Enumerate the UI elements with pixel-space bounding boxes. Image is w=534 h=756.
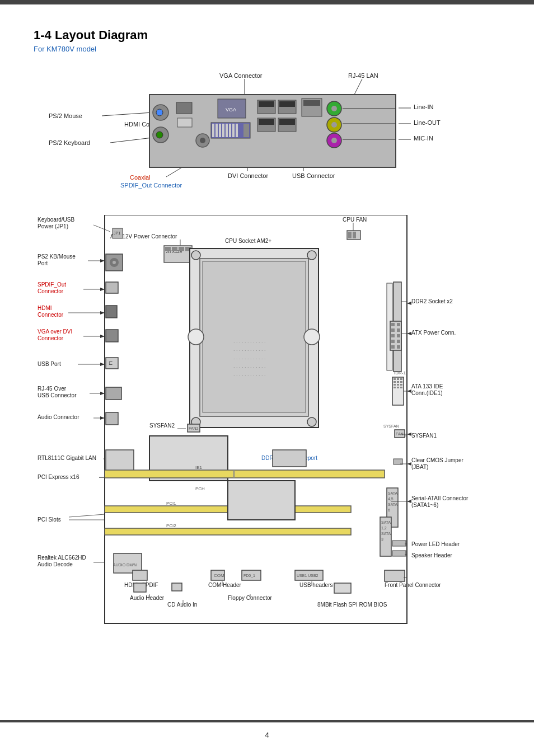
sata-label: Serial-ATAII Connector: [411, 495, 469, 501]
page-number: 4: [265, 731, 269, 739]
idr1-label: IDR-1: [394, 370, 406, 375]
com-header-label: COM Header: [208, 582, 242, 588]
hdmi-left-label: HDMI: [38, 305, 52, 311]
svg-rect-168: [172, 583, 182, 591]
svg-text:(SATA1~6): (SATA1~6): [411, 502, 438, 508]
svg-rect-99: [106, 330, 118, 342]
svg-rect-92: [348, 232, 352, 238]
svg-text:· · · · · · · · · · · ·: · · · · · · · · · · · ·: [233, 348, 266, 353]
page-subtitle: For KM780V model: [34, 45, 500, 53]
pci2-label: PCI2: [166, 523, 176, 528]
svg-rect-97: [106, 282, 118, 293]
spi-bios-label: 8MBit Flash SPI ROM BIOS: [317, 602, 387, 608]
vga-port: VGA: [226, 107, 236, 112]
usb-header-comp: USB1 USB2: [297, 574, 318, 577]
audio-header-label: Audio Header: [130, 595, 165, 601]
svg-text:Connector: Connector: [38, 288, 64, 294]
usb-connector-label: USB Connector: [292, 172, 335, 179]
svg-text:· · · · · · · · · · · ·: · · · · · · · · · · · ·: [233, 356, 266, 361]
svg-rect-145: [394, 459, 402, 464]
rj45-label: RJ-45 LAN: [348, 72, 378, 79]
fdc-comp: FD0_1: [243, 574, 255, 578]
bottom-border: [0, 720, 534, 722]
power-led-label: Power LED Header: [411, 541, 460, 547]
ddr2-label: DDR2 Socket x2: [411, 298, 453, 304]
svg-text:· · · · · · · · · · · ·: · · · · · · · · · · · ·: [233, 364, 266, 370]
svg-rect-24: [229, 124, 231, 137]
svg-rect-123: [391, 340, 395, 343]
svg-rect-119: [391, 328, 395, 332]
io-panel-svg: VGA Connector RJ-45 LAN Line-IN Line-OUT…: [38, 62, 496, 208]
svg-rect-150: [228, 481, 295, 520]
atx-power-conn-label: ATX Power Conn.: [411, 330, 456, 336]
svg-text:· · · · · · · · · · · ·: · · · · · · · · · · · ·: [233, 373, 266, 378]
sysfan2-comp: FAN2: [189, 426, 199, 430]
svg-point-41: [331, 106, 337, 111]
ps2-keyboard-label: PS/2 Keyboard: [49, 139, 90, 146]
line-out-label: Line-OUT: [414, 119, 441, 126]
svg-rect-161: [392, 551, 406, 556]
svg-rect-130: [400, 378, 402, 380]
svg-rect-19: [212, 124, 214, 137]
svg-rect-126: [397, 345, 400, 349]
spdif-label: SPDIF_Out Connector: [120, 182, 182, 189]
svg-text:1,2: 1,2: [381, 526, 387, 530]
vga-connector-label: VGA Connector: [219, 72, 263, 79]
svg-rect-33: [279, 101, 295, 107]
ps2-mouse-label: PS/2 Mouse: [49, 112, 82, 119]
svg-rect-101: [106, 387, 121, 400]
svg-rect-149: [105, 528, 351, 535]
cpu-fan-label: CPU FAN: [343, 217, 367, 223]
svg-rect-29: [259, 101, 274, 107]
pci-slots-label: PCI Slots: [38, 516, 61, 523]
svg-point-14: [156, 132, 163, 138]
svg-rect-21: [219, 124, 221, 137]
svg-rect-98: [106, 306, 117, 318]
svg-rect-134: [394, 384, 396, 386]
vga-dvi-label: VGA over DVI: [38, 328, 72, 335]
svg-text:6: 6: [388, 508, 390, 512]
svg-rect-124: [397, 340, 400, 343]
svg-rect-144: [273, 450, 306, 467]
svg-point-43: [331, 122, 337, 128]
com-comp: COM: [214, 573, 224, 578]
arrow-audio: [100, 416, 105, 420]
sysfan1-comp: FAN: [396, 432, 404, 436]
svg-rect-133: [400, 381, 402, 383]
svg-point-170: [188, 329, 204, 345]
arrow-sysfan1: [407, 433, 411, 436]
svg-rect-143: [106, 450, 134, 471]
coaxial-label: Coaxial: [130, 174, 151, 181]
svg-rect-15: [176, 102, 192, 114]
svg-text:Connector: Connector: [38, 312, 64, 318]
svg-text:Port: Port: [38, 260, 48, 266]
svg-rect-93: [353, 232, 356, 238]
top-border: [0, 0, 534, 4]
arrow-jbat: [407, 462, 411, 466]
svg-rect-22: [222, 124, 224, 137]
sysfan1-label: SYSFAN1: [411, 433, 437, 439]
usb-symbol: ⊏: [109, 360, 113, 366]
svg-rect-121: [391, 334, 395, 337]
svg-point-45: [331, 138, 337, 143]
svg-rect-88: [179, 247, 184, 251]
arrow-spdif: [100, 288, 105, 291]
svg-rect-122: [397, 334, 400, 337]
svg-line-1: [354, 79, 362, 96]
svg-rect-125: [391, 345, 395, 349]
svg-text:3: 3: [381, 537, 383, 541]
svg-line-6: [110, 138, 152, 143]
svg-rect-102: [106, 412, 118, 425]
motherboard-svg: Keyboard/USB Power (JP1) ATX 12V Power C…: [38, 215, 496, 651]
svg-rect-162: [133, 570, 147, 580]
content-area: 1-4 Layout Diagram For KM780V model VGA …: [0, 0, 534, 698]
svg-rect-131: [394, 381, 396, 383]
page-container: 1-4 Layout Diagram For KM780V model VGA …: [0, 0, 534, 756]
svg-point-111: [307, 251, 316, 260]
dvi-connector-label: DVI Connector: [228, 172, 268, 179]
arrow-usb: [100, 363, 105, 366]
svg-point-113: [307, 417, 316, 426]
svg-text:(JBAT): (JBAT): [411, 464, 428, 470]
rj45-usb-label: RJ-45 Over: [38, 386, 67, 392]
svg-rect-167: [134, 583, 146, 592]
